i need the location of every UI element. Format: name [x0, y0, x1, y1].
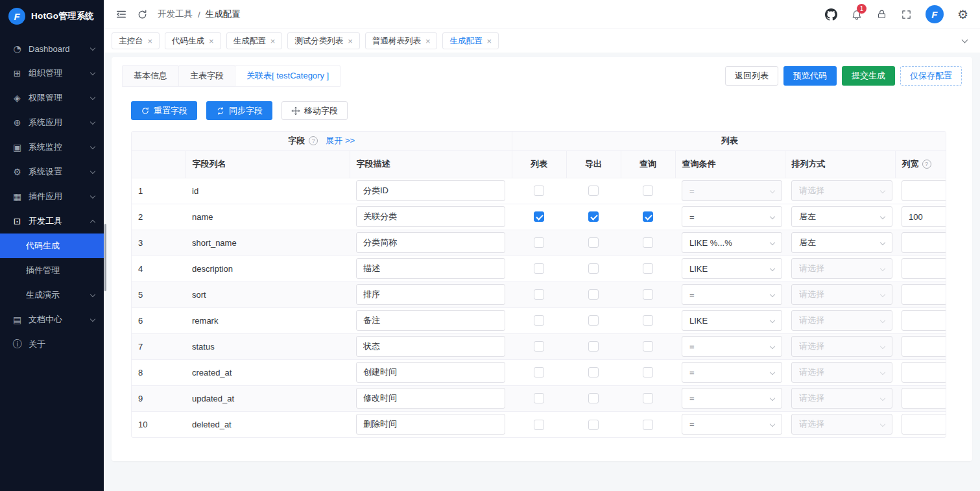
export-checkbox[interactable] — [588, 315, 599, 326]
move-fields-button[interactable]: 移动字段 — [281, 101, 348, 120]
align-select[interactable]: 请选择 — [791, 336, 892, 357]
export-checkbox[interactable] — [588, 420, 599, 430]
list-checkbox[interactable] — [534, 263, 544, 274]
query-checkbox[interactable] — [643, 393, 653, 403]
sidebar-item[interactable]: ▦ 插件应用 — [0, 184, 104, 209]
column-width-input[interactable] — [902, 336, 946, 357]
query-condition-select[interactable]: = — [682, 206, 782, 227]
page-tab[interactable]: 普通树表列表 × — [365, 32, 438, 49]
field-desc-input[interactable] — [356, 258, 505, 279]
page-tab[interactable]: 测试分类列表 × — [287, 32, 360, 49]
column-width-input[interactable] — [902, 284, 946, 305]
sidebar-item[interactable]: 插件管理 — [0, 258, 104, 283]
config-tab[interactable]: 基本信息 — [122, 65, 179, 87]
align-select[interactable]: 请选择 — [791, 362, 892, 383]
column-width-input[interactable] — [902, 414, 946, 435]
field-desc-input[interactable] — [356, 232, 505, 253]
page-tab[interactable]: 代码生成 × — [165, 32, 221, 49]
query-checkbox[interactable] — [643, 186, 653, 196]
query-condition-select[interactable]: LIKE — [682, 310, 782, 331]
query-checkbox[interactable] — [643, 289, 653, 300]
export-checkbox[interactable] — [588, 341, 599, 352]
align-select[interactable]: 请选择 — [791, 310, 892, 331]
config-tab[interactable]: 主表字段 — [178, 65, 235, 87]
list-checkbox[interactable] — [534, 367, 544, 377]
field-desc-input[interactable] — [356, 388, 505, 409]
export-checkbox[interactable] — [588, 289, 599, 300]
sidebar-item[interactable]: ▣ 系统监控 — [0, 135, 104, 160]
close-icon[interactable]: × — [270, 37, 276, 45]
list-checkbox[interactable] — [534, 393, 544, 403]
list-checkbox[interactable] — [534, 341, 544, 352]
sync-fields-button[interactable]: 同步字段 — [206, 101, 272, 120]
column-width-input[interactable] — [902, 362, 946, 383]
list-checkbox[interactable] — [534, 289, 544, 300]
align-select[interactable]: 居左 — [791, 206, 892, 227]
sidebar-item[interactable]: ◈ 权限管理 — [0, 86, 104, 110]
close-icon[interactable]: × — [486, 37, 492, 45]
field-desc-input[interactable] — [356, 206, 505, 227]
list-checkbox[interactable] — [534, 315, 544, 326]
sidebar-item[interactable]: 生成演示 — [0, 283, 104, 307]
align-select[interactable]: 请选择 — [791, 388, 892, 409]
config-tab[interactable]: 关联表[ testCategory ] — [235, 65, 341, 87]
query-condition-select[interactable]: = — [682, 180, 782, 201]
query-condition-select[interactable]: = — [682, 388, 782, 409]
sidebar-item[interactable]: ▤ 文档中心 — [0, 307, 104, 332]
align-select[interactable]: 请选择 — [791, 180, 892, 201]
sidebar-item[interactable]: 代码生成 — [0, 234, 104, 258]
scrollbar-thumb[interactable] — [104, 224, 106, 291]
query-checkbox[interactable] — [643, 341, 653, 352]
refresh-icon[interactable] — [137, 9, 148, 20]
github-icon[interactable] — [825, 8, 837, 21]
reset-fields-button[interactable]: 重置字段 — [131, 101, 197, 120]
sidebar-item[interactable]: ⊡ 开发工具 — [0, 209, 104, 234]
export-checkbox[interactable] — [588, 367, 599, 377]
align-select[interactable]: 请选择 — [791, 258, 892, 279]
query-condition-select[interactable]: = — [682, 414, 782, 435]
sidebar-item[interactable]: ⊞ 组织管理 — [0, 61, 104, 86]
breadcrumb-parent[interactable]: 开发工具 — [158, 8, 193, 20]
align-select[interactable]: 请选择 — [791, 414, 892, 435]
column-width-input[interactable] — [902, 258, 946, 279]
save-config-only-button[interactable]: 仅保存配置 — [900, 66, 962, 86]
list-checkbox[interactable] — [534, 237, 544, 248]
field-desc-input[interactable] — [356, 180, 505, 201]
page-tab[interactable]: 主控台 × — [112, 32, 160, 49]
gear-icon[interactable]: ⚙ — [957, 8, 968, 21]
field-desc-input[interactable] — [356, 362, 505, 383]
app-logo[interactable]: F HotGo管理系统 — [0, 0, 104, 32]
query-checkbox[interactable] — [643, 237, 653, 248]
page-tab[interactable]: 生成配置 × — [226, 32, 283, 49]
query-condition-select[interactable]: LIKE %...% — [682, 232, 782, 253]
back-to-list-button[interactable]: 返回列表 — [725, 66, 778, 86]
export-checkbox[interactable] — [588, 393, 599, 403]
close-icon[interactable]: × — [348, 37, 353, 45]
list-checkbox[interactable] — [534, 420, 544, 430]
expand-link[interactable]: 展开 >> — [326, 135, 355, 147]
export-checkbox[interactable] — [588, 186, 599, 196]
column-width-input[interactable] — [902, 232, 946, 253]
column-width-input[interactable] — [902, 310, 946, 331]
query-condition-select[interactable]: LIKE — [682, 258, 782, 279]
submit-generate-button[interactable]: 提交生成 — [842, 66, 895, 86]
notification-bell-icon[interactable]: 1 — [851, 8, 863, 20]
help-icon[interactable] — [309, 136, 318, 145]
sidebar-item[interactable]: ⓘ 关于 — [0, 332, 104, 357]
export-checkbox[interactable] — [588, 211, 599, 222]
field-desc-input[interactable] — [356, 414, 505, 435]
preview-code-button[interactable]: 预览代码 — [783, 66, 837, 86]
help-icon[interactable] — [922, 160, 931, 169]
query-condition-select[interactable]: = — [682, 336, 782, 357]
query-checkbox[interactable] — [643, 263, 653, 274]
query-condition-select[interactable]: = — [682, 362, 782, 383]
sidebar-item[interactable]: ⊕ 系统应用 — [0, 110, 104, 135]
close-icon[interactable]: × — [425, 37, 431, 45]
align-select[interactable]: 居左 — [791, 232, 892, 253]
export-checkbox[interactable] — [588, 237, 599, 248]
query-checkbox[interactable] — [643, 315, 653, 326]
query-condition-select[interactable]: = — [682, 284, 782, 305]
column-width-input[interactable] — [902, 180, 946, 201]
page-tab[interactable]: 生成配置 × — [442, 32, 499, 49]
field-desc-input[interactable] — [356, 310, 505, 331]
